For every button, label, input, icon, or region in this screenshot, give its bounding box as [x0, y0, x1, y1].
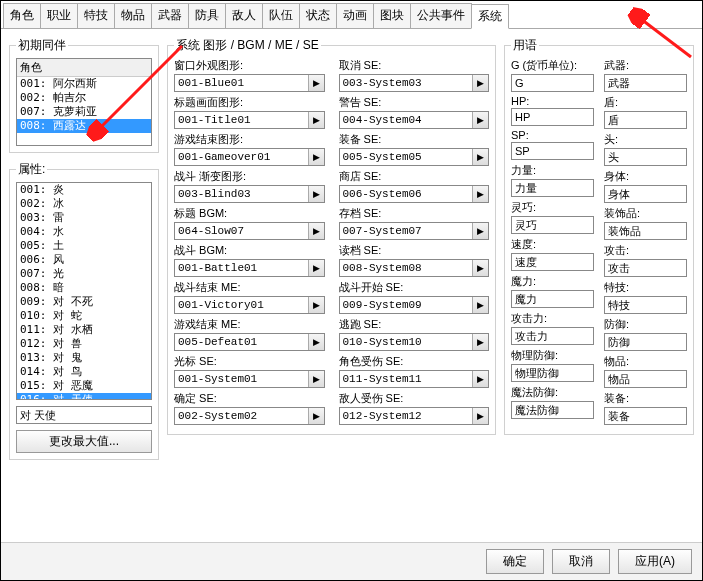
tab-状态[interactable]: 状态	[299, 3, 337, 28]
tab-公共事件[interactable]: 公共事件	[410, 3, 472, 28]
list-item[interactable]: 016: 对 天使	[17, 393, 151, 400]
tab-动画[interactable]: 动画	[336, 3, 374, 28]
term-input[interactable]: 头	[604, 148, 687, 166]
asset-picker[interactable]: 007-System07▶	[339, 222, 490, 240]
list-item[interactable]: 014: 对 鸟	[17, 365, 151, 379]
term-input[interactable]: 魔力	[511, 290, 594, 308]
asset-picker[interactable]: 002-System02▶	[174, 407, 325, 425]
asset-picker[interactable]: 010-System10▶	[339, 333, 490, 351]
picker-button-icon[interactable]: ▶	[472, 334, 488, 350]
term-input[interactable]: 物理防御	[511, 364, 594, 382]
tab-队伍[interactable]: 队伍	[262, 3, 300, 28]
list-item[interactable]: 008: 西露达	[17, 119, 151, 133]
term-input[interactable]: 防御	[604, 333, 687, 351]
list-item[interactable]: 013: 对 鬼	[17, 351, 151, 365]
list-item[interactable]: 001: 阿尔西斯	[17, 77, 151, 91]
list-item[interactable]: 009: 对 不死	[17, 295, 151, 309]
asset-picker[interactable]: 008-System08▶	[339, 259, 490, 277]
picker-button-icon[interactable]: ▶	[308, 149, 324, 165]
asset-picker[interactable]: 001-Title01▶	[174, 111, 325, 129]
asset-picker[interactable]: 012-System12▶	[339, 407, 490, 425]
picker-button-icon[interactable]: ▶	[308, 223, 324, 239]
picker-button-icon[interactable]: ▶	[308, 112, 324, 128]
cancel-button[interactable]: 取消	[552, 549, 610, 574]
term-input[interactable]: 装饰品	[604, 222, 687, 240]
tab-防具[interactable]: 防具	[188, 3, 226, 28]
picker-button-icon[interactable]: ▶	[308, 371, 324, 387]
asset-picker[interactable]: 005-Defeat01▶	[174, 333, 325, 351]
asset-picker[interactable]: 001-Battle01▶	[174, 259, 325, 277]
picker-button-icon[interactable]: ▶	[472, 186, 488, 202]
picker-button-icon[interactable]: ▶	[308, 186, 324, 202]
picker-button-icon[interactable]: ▶	[472, 112, 488, 128]
asset-picker[interactable]: 004-System04▶	[339, 111, 490, 129]
picker-button-icon[interactable]: ▶	[472, 149, 488, 165]
list-item[interactable]: 008: 暗	[17, 281, 151, 295]
picker-button-icon[interactable]: ▶	[308, 408, 324, 424]
picker-button-icon[interactable]: ▶	[308, 75, 324, 91]
list-item[interactable]: 001: 炎	[17, 183, 151, 197]
apply-button[interactable]: 应用(A)	[618, 549, 692, 574]
asset-picker[interactable]: 001-Blue01▶	[174, 74, 325, 92]
term-input[interactable]: 力量	[511, 179, 594, 197]
party-listbox[interactable]: 角色 001: 阿尔西斯002: 帕吉尔007: 克萝莉亚008: 西露达	[16, 58, 152, 146]
list-item[interactable]: 011: 对 水栖	[17, 323, 151, 337]
list-item[interactable]: 007: 克萝莉亚	[17, 105, 151, 119]
list-item[interactable]: 002: 冰	[17, 197, 151, 211]
picker-button-icon[interactable]: ▶	[472, 371, 488, 387]
asset-picker[interactable]: 001-Gameover01▶	[174, 148, 325, 166]
asset-picker[interactable]: 064-Slow07▶	[174, 222, 325, 240]
picker-button-icon[interactable]: ▶	[472, 223, 488, 239]
term-input[interactable]: 装备	[604, 407, 687, 425]
asset-picker[interactable]: 003-System03▶	[339, 74, 490, 92]
tab-特技[interactable]: 特技	[77, 3, 115, 28]
picker-button-icon[interactable]: ▶	[472, 75, 488, 91]
term-input[interactable]: 盾	[604, 111, 687, 129]
list-item[interactable]: 002: 帕吉尔	[17, 91, 151, 105]
term-input[interactable]: 特技	[604, 296, 687, 314]
asset-picker[interactable]: 006-System06▶	[339, 185, 490, 203]
term-input[interactable]: 攻击力	[511, 327, 594, 345]
list-item[interactable]: 006: 风	[17, 253, 151, 267]
asset-picker[interactable]: 011-System11▶	[339, 370, 490, 388]
asset-picker[interactable]: 009-System09▶	[339, 296, 490, 314]
term-input[interactable]: 物品	[604, 370, 687, 388]
asset-picker[interactable]: 001-Victory01▶	[174, 296, 325, 314]
list-item[interactable]: 004: 水	[17, 225, 151, 239]
list-item[interactable]: 015: 对 恶魔	[17, 379, 151, 393]
picker-button-icon[interactable]: ▶	[472, 297, 488, 313]
tab-敌人[interactable]: 敌人	[225, 3, 263, 28]
term-input[interactable]: 武器	[604, 74, 687, 92]
list-item[interactable]: 012: 对 兽	[17, 337, 151, 351]
term-input[interactable]: 魔法防御	[511, 401, 594, 419]
term-input[interactable]: HP	[511, 108, 594, 126]
term-input[interactable]: 灵巧	[511, 216, 594, 234]
tab-角色[interactable]: 角色	[3, 3, 41, 28]
picker-button-icon[interactable]: ▶	[472, 408, 488, 424]
element-name-input[interactable]: 对 天使	[16, 406, 152, 424]
tab-武器[interactable]: 武器	[151, 3, 189, 28]
term-input[interactable]: 速度	[511, 253, 594, 271]
tab-系统[interactable]: 系统	[471, 4, 509, 29]
picker-button-icon[interactable]: ▶	[308, 297, 324, 313]
asset-picker[interactable]: 001-System01▶	[174, 370, 325, 388]
list-item[interactable]: 007: 光	[17, 267, 151, 281]
list-item[interactable]: 003: 雷	[17, 211, 151, 225]
picker-button-icon[interactable]: ▶	[472, 260, 488, 276]
asset-picker[interactable]: 003-Blind03▶	[174, 185, 325, 203]
term-input[interactable]: 攻击	[604, 259, 687, 277]
ok-button[interactable]: 确定	[486, 549, 544, 574]
term-input[interactable]: 身体	[604, 185, 687, 203]
term-input[interactable]: G	[511, 74, 594, 92]
tab-图块[interactable]: 图块	[373, 3, 411, 28]
asset-picker[interactable]: 005-System05▶	[339, 148, 490, 166]
picker-button-icon[interactable]: ▶	[308, 260, 324, 276]
tab-物品[interactable]: 物品	[114, 3, 152, 28]
tab-职业[interactable]: 职业	[40, 3, 78, 28]
change-max-button[interactable]: 更改最大值...	[16, 430, 152, 453]
list-item[interactable]: 005: 土	[17, 239, 151, 253]
elements-listbox[interactable]: 001: 炎002: 冰003: 雷004: 水005: 土006: 风007:…	[16, 182, 152, 400]
list-item[interactable]: 010: 对 蛇	[17, 309, 151, 323]
term-input[interactable]: SP	[511, 142, 594, 160]
picker-button-icon[interactable]: ▶	[308, 334, 324, 350]
